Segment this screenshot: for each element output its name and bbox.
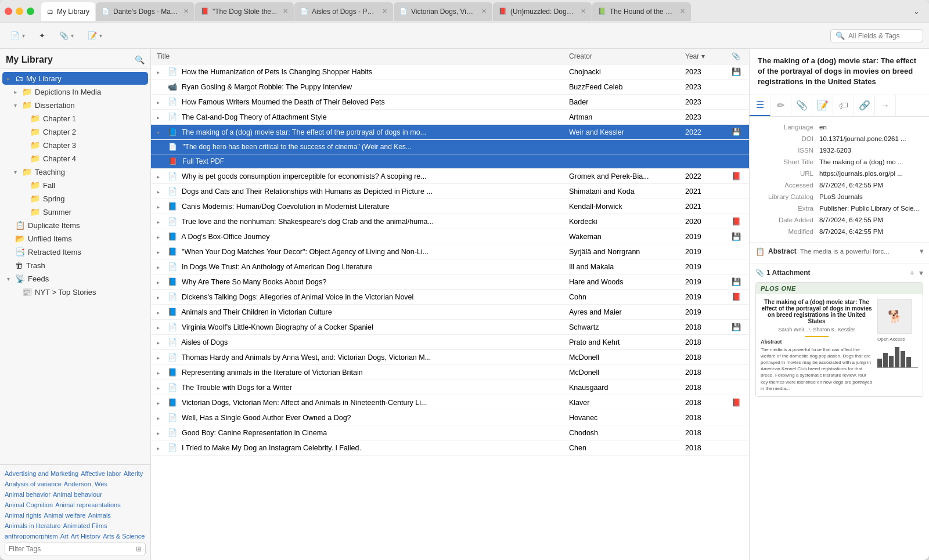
sidebar-item-nyt-top-stories[interactable]: 📰NYT > Top Stories bbox=[2, 286, 148, 298]
tag-chip[interactable]: Anderson, Wes bbox=[64, 480, 107, 488]
collapse-attachments-button[interactable]: ▾ bbox=[919, 268, 923, 277]
tag-chip[interactable]: Animal welfare bbox=[44, 511, 86, 519]
filter-tags-input[interactable] bbox=[9, 545, 134, 553]
tag-chip[interactable]: Animal behaviour bbox=[53, 490, 102, 498]
tag-chip[interactable]: Alterity bbox=[124, 469, 143, 478]
tab-dante[interactable]: 📄Dante's Dogs - Man...✕ bbox=[96, 2, 195, 21]
tab-info-button[interactable]: ☰ bbox=[750, 95, 770, 116]
table-row[interactable]: ▸ 📄 Aisles of Dogs Prato and Kehrt 2018 bbox=[151, 335, 749, 350]
tag-chip[interactable]: Animal rights bbox=[5, 511, 42, 519]
tab-notes-button[interactable]: 📝 bbox=[812, 95, 833, 116]
tab-close-icon[interactable]: ✕ bbox=[680, 8, 685, 15]
add-attachment-ctrl-button[interactable]: + bbox=[910, 268, 914, 277]
table-row[interactable]: ▸ 📘 Representing animals in the literatu… bbox=[151, 365, 749, 380]
tab-hound[interactable]: 📗The Hound of the B...✕ bbox=[592, 2, 691, 21]
tag-chip[interactable]: Animal representations bbox=[55, 501, 121, 509]
search-input[interactable] bbox=[848, 32, 918, 40]
tab-close-icon[interactable]: ✕ bbox=[581, 8, 586, 15]
row-toggle-icon[interactable]: ▾ bbox=[157, 129, 166, 136]
table-row[interactable]: ▸ 📘 Why Are There So Many Books About Do… bbox=[151, 274, 749, 290]
row-toggle-icon[interactable]: ▸ bbox=[157, 400, 166, 406]
table-row[interactable]: ▸ 📄 Why is pet goods consumption imperce… bbox=[151, 169, 749, 184]
row-toggle-icon[interactable]: ▸ bbox=[157, 69, 166, 75]
sidebar-item-summer[interactable]: 📁Summer bbox=[2, 205, 148, 218]
sidebar-item-spring[interactable]: 📁Spring bbox=[2, 192, 148, 205]
tag-chip[interactable]: Art bbox=[60, 532, 69, 539]
abstract-expand-icon[interactable]: ▾ bbox=[920, 247, 923, 255]
row-toggle-icon[interactable]: ▸ bbox=[157, 114, 166, 121]
row-toggle-icon[interactable]: ▸ bbox=[157, 219, 166, 225]
table-row[interactable]: ▸ 📄 Dogs and Cats and Their Relationship… bbox=[151, 184, 749, 199]
tag-chip[interactable]: Animal behavior bbox=[5, 490, 51, 498]
sidebar-item-dissertation[interactable]: ▾📁Dissertation bbox=[2, 99, 148, 111]
row-toggle-icon[interactable]: ▸ bbox=[157, 204, 166, 210]
sidebar-item-chapter-1[interactable]: 📁Chapter 1 bbox=[2, 112, 148, 125]
new-item-button[interactable]: 📄 ▾ bbox=[6, 29, 30, 42]
table-row[interactable]: ▸ 📄 Good Boy: Canine Representation in C… bbox=[151, 425, 749, 440]
close-button[interactable] bbox=[5, 8, 12, 15]
row-toggle-icon[interactable]: ▸ bbox=[157, 430, 166, 436]
row-toggle-icon[interactable]: ▸ bbox=[157, 415, 166, 421]
col-header-year[interactable]: Year ▾ bbox=[679, 49, 726, 64]
tag-chip[interactable]: Advertising and Marketing bbox=[5, 469, 78, 478]
filter-tags-area[interactable]: ⊞ bbox=[5, 543, 146, 555]
row-toggle-icon[interactable]: ▸ bbox=[157, 445, 166, 451]
table-row[interactable]: ▸ 📄 I Tried to Make My Dog an Instagram … bbox=[151, 440, 749, 456]
sidebar-item-trash[interactable]: 🗑Trash bbox=[2, 259, 148, 272]
row-toggle-icon[interactable]: ▸ bbox=[157, 324, 166, 331]
child-row[interactable]: 📄 "The dog hero has been critical to the… bbox=[151, 140, 749, 154]
tag-chip[interactable]: Affective labor bbox=[81, 469, 121, 478]
sidebar-item-unfiled-items[interactable]: 📂Unfiled Items bbox=[2, 232, 148, 245]
tag-chip[interactable]: Analysis of variance bbox=[5, 480, 62, 488]
table-row[interactable]: ▸ 📄 Virginia Woolf's Little-Known Biogra… bbox=[151, 320, 749, 335]
table-row[interactable]: ▸ 📄 In Dogs We Trust: An Anthology of Am… bbox=[151, 259, 749, 274]
sidebar-item-feeds[interactable]: ▾📡Feeds bbox=[2, 272, 148, 285]
row-toggle-icon[interactable]: ▸ bbox=[157, 249, 166, 255]
row-toggle-icon[interactable]: ▸ bbox=[157, 355, 166, 361]
tag-chip[interactable]: Animals bbox=[88, 511, 111, 519]
table-row[interactable]: ▸ 📄 The Trouble with Dogs for a Writer K… bbox=[151, 380, 749, 395]
tab-tags-button[interactable]: 🏷 bbox=[833, 95, 854, 116]
tag-chip[interactable]: Animated Films bbox=[63, 522, 107, 530]
row-toggle-icon[interactable]: ▸ bbox=[157, 234, 166, 240]
sidebar-item-duplicate-items[interactable]: 📋Duplicate Items bbox=[2, 219, 148, 232]
table-row[interactable]: ▸ 📘 Canis Modernis: Human/Dog Coevolutio… bbox=[151, 199, 749, 214]
tag-chip[interactable]: Animals in literature bbox=[5, 522, 61, 530]
sidebar-search-icon[interactable]: 🔍 bbox=[135, 55, 145, 64]
tab-attachments-button[interactable]: 📎 bbox=[791, 95, 812, 116]
table-row[interactable]: ▸ 📘 Victorian Dogs, Victorian Men: Affec… bbox=[151, 395, 749, 410]
table-row[interactable]: ▸ 📄 Dickens's Talking Dogs: Allegories o… bbox=[151, 290, 749, 305]
maximize-button[interactable] bbox=[27, 8, 34, 15]
sidebar-item-chapter-3[interactable]: 📁Chapter 3 bbox=[2, 139, 148, 151]
minimize-button[interactable] bbox=[16, 8, 23, 15]
row-toggle-icon[interactable]: ▸ bbox=[157, 370, 166, 376]
row-toggle-icon[interactable]: ▸ bbox=[157, 189, 166, 195]
row-toggle-icon[interactable]: ▸ bbox=[157, 264, 166, 270]
table-row[interactable]: ▸ 📘 Animals and Their Children in Victor… bbox=[151, 305, 749, 320]
table-row[interactable]: ▸ 📘 "When Your Dog Matches Your Decor": … bbox=[151, 244, 749, 259]
table-row[interactable]: ▸ 📄 True love and the nonhuman: Shakespe… bbox=[151, 214, 749, 229]
filter-icon[interactable]: ⊞ bbox=[136, 545, 142, 553]
tab-victorian[interactable]: 📄Victorian Dogs, Vict...✕ bbox=[394, 2, 492, 21]
tab-abstract-button[interactable]: ✏ bbox=[770, 95, 791, 116]
tag-chip[interactable]: Arts & Science bbox=[103, 532, 145, 539]
row-toggle-icon[interactable]: ▸ bbox=[157, 99, 166, 106]
sidebar-item-chapter-2[interactable]: 📁Chapter 2 bbox=[2, 125, 148, 138]
row-toggle-icon[interactable]: ▸ bbox=[157, 279, 166, 286]
tab-locate-button[interactable]: → bbox=[875, 95, 896, 116]
tab-close-icon[interactable]: ✕ bbox=[382, 8, 387, 15]
sidebar-item-my-library[interactable]: ▸🗂My Library bbox=[2, 72, 148, 85]
table-row[interactable]: ▸ 📄 Well, Has a Single Good Author Ever … bbox=[151, 410, 749, 425]
sidebar-item-teaching[interactable]: ▾📁Teaching bbox=[2, 165, 148, 178]
table-row[interactable]: ▸ 📄 How the Humanization of Pets Is Chan… bbox=[151, 64, 749, 80]
tab-dog-stole[interactable]: 📕"The Dog Stole the...✕ bbox=[195, 2, 294, 21]
row-toggle-icon[interactable]: ▸ bbox=[157, 385, 166, 391]
row-toggle-icon[interactable]: ▸ bbox=[157, 294, 166, 301]
tab-aisles[interactable]: 📄Aisles of Dogs - Pra...✕ bbox=[294, 2, 393, 21]
row-toggle-icon[interactable]: ▸ bbox=[157, 309, 166, 316]
tab-related-button[interactable]: 🔗 bbox=[854, 95, 875, 116]
search-field[interactable]: 🔍 bbox=[830, 29, 923, 42]
table-row[interactable]: ▸ 📄 The Cat-and-Dog Theory of Attachment… bbox=[151, 110, 749, 125]
tag-chip[interactable]: anthropomorphism bbox=[5, 532, 58, 539]
tag-chip[interactable]: Art History bbox=[71, 532, 100, 539]
